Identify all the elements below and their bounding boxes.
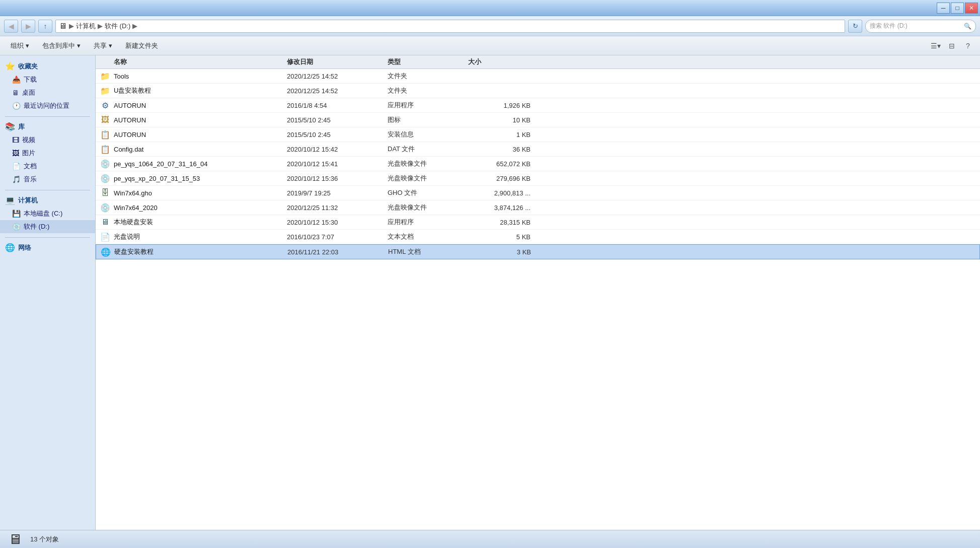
search-box[interactable]: 搜索 软件 (D:) 🔍 xyxy=(865,20,976,33)
table-row[interactable]: 🗄 Win7x64.gho 2019/9/7 19:25 GHO 文件 2,90… xyxy=(96,186,980,200)
up-button[interactable]: ↑ xyxy=(38,20,52,33)
file-name-cell: 🗄 Win7x64.gho xyxy=(96,187,287,198)
table-row[interactable]: 📁 Tools 2020/12/25 14:52 文件夹 xyxy=(96,69,980,84)
details-button[interactable]: ⊟ xyxy=(945,39,959,53)
file-name-cell: 💿 Win7x64_2020 xyxy=(96,202,287,213)
file-size-cell: 3,874,126 ... xyxy=(468,204,539,212)
share-button[interactable]: 共享 ▾ xyxy=(88,39,118,53)
table-row[interactable]: ⚙ AUTORUN 2016/1/8 4:54 应用程序 1,926 KB xyxy=(96,98,980,113)
table-row[interactable]: 📋 AUTORUN 2015/5/10 2:45 安装信息 1 KB xyxy=(96,127,980,142)
computer-icon: 💻 xyxy=(5,195,15,205)
file-size-cell: 5 KB xyxy=(468,233,539,241)
table-row[interactable]: 📄 光盘说明 2016/10/23 7:07 文本文档 5 KB xyxy=(96,230,980,244)
file-name-label: 光盘说明 xyxy=(114,232,140,241)
sidebar-item-d-drive-label: 软件 (D:) xyxy=(24,222,49,231)
file-name-label: pe_yqs_xp_20_07_31_15_53 xyxy=(114,175,200,182)
iso-icon: 💿 xyxy=(100,173,111,184)
include-dropdown-icon: ▾ xyxy=(77,42,81,49)
sidebar-header-network[interactable]: 🌐 网络 xyxy=(0,241,95,254)
file-size-cell: 3 KB xyxy=(469,248,539,256)
share-dropdown-icon: ▾ xyxy=(109,42,112,49)
file-name-cell: 📄 光盘说明 xyxy=(96,231,287,242)
file-type-cell: 应用程序 xyxy=(388,218,468,227)
sidebar-item-recent-label: 最近访问的位置 xyxy=(24,101,69,110)
file-date-cell: 2016/1/8 4:54 xyxy=(287,102,388,109)
favorites-icon: ⭐ xyxy=(5,61,15,71)
table-row[interactable]: 🖼 AUTORUN 2015/5/10 2:45 图标 10 KB xyxy=(96,113,980,127)
col-header-date[interactable]: 修改日期 xyxy=(287,57,388,66)
file-name-label: 本地硬盘安装 xyxy=(114,218,153,227)
sidebar-item-recent[interactable]: 🕐 最近访问的位置 xyxy=(0,99,95,112)
main-layout: ⭐ 收藏夹 📥 下载 🖥 桌面 🕐 最近访问的位置 📚 库 xyxy=(0,55,980,530)
sidebar-item-music[interactable]: 🎵 音乐 xyxy=(0,173,95,186)
file-type-cell: HTML 文档 xyxy=(388,247,469,256)
new-folder-button[interactable]: 新建文件夹 xyxy=(120,39,164,53)
sort-name-button[interactable]: 名称 xyxy=(114,57,127,66)
refresh-button[interactable]: ↻ xyxy=(848,20,862,33)
sidebar-item-desktop-label: 桌面 xyxy=(22,88,35,97)
home-icon: 🖥 xyxy=(59,22,67,31)
sidebar-item-d-drive[interactable]: 💿 软件 (D:) xyxy=(0,220,95,233)
file-name-cell: 📁 U盘安装教程 xyxy=(96,85,287,96)
col-header-type[interactable]: 类型 xyxy=(388,57,468,66)
file-type-cell: 光盘映像文件 xyxy=(388,159,468,168)
file-name-label: Tools xyxy=(114,73,129,80)
sidebar-item-video[interactable]: 🎞 视频 xyxy=(0,133,95,147)
include-label: 包含到库中 xyxy=(42,41,75,50)
c-drive-icon: 💾 xyxy=(12,210,21,218)
sidebar-header-library[interactable]: 📚 库 xyxy=(0,120,95,133)
music-icon: 🎵 xyxy=(12,175,21,183)
include-library-button[interactable]: 包含到库中 ▾ xyxy=(37,39,86,53)
sort-date-button[interactable]: 修改日期 xyxy=(287,57,313,66)
sidebar-section-favorites: ⭐ 收藏夹 📥 下载 🖥 桌面 🕐 最近访问的位置 xyxy=(0,59,95,112)
table-row[interactable]: 💿 pe_yqs_1064_20_07_31_16_04 2020/10/12 … xyxy=(96,157,980,171)
file-date-cell: 2016/11/21 22:03 xyxy=(287,248,388,256)
col-header-size[interactable]: 大小 xyxy=(468,57,539,66)
help-icon: ? xyxy=(966,42,970,50)
table-row[interactable]: 📁 U盘安装教程 2020/12/25 14:52 文件夹 xyxy=(96,84,980,98)
table-row[interactable]: 💿 Win7x64_2020 2020/12/25 11:32 光盘映像文件 3… xyxy=(96,200,980,215)
file-list: 📁 Tools 2020/12/25 14:52 文件夹 📁 U盘安装教程 20… xyxy=(96,69,980,259)
sort-size-button[interactable]: 大小 xyxy=(468,57,481,66)
refresh-icon: ↻ xyxy=(853,22,858,30)
file-size-cell: 36 KB xyxy=(468,146,539,153)
minimize-button[interactable]: ─ xyxy=(937,3,950,14)
file-type-cell: 文件夹 xyxy=(388,72,468,81)
sidebar-item-c-drive[interactable]: 💾 本地磁盘 (C:) xyxy=(0,207,95,220)
view-toggle-button[interactable]: ☰ ▾ xyxy=(929,39,943,53)
col-header-name[interactable]: 名称 xyxy=(96,57,287,66)
breadcrumb[interactable]: 🖥 ▶ 计算机 ▶ 软件 (D:) ▶ xyxy=(55,20,845,33)
sort-type-button[interactable]: 类型 xyxy=(388,57,401,66)
sidebar-item-pictures[interactable]: 🖼 图片 xyxy=(0,147,95,160)
d-drive-icon: 💿 xyxy=(12,223,21,231)
forward-button[interactable]: ▶ xyxy=(21,20,35,33)
breadcrumb-computer[interactable]: 计算机 xyxy=(76,22,96,31)
close-button[interactable]: ✕ xyxy=(965,3,978,14)
file-date-cell: 2020/10/12 15:30 xyxy=(287,219,388,226)
sidebar-divider-2 xyxy=(5,190,90,190)
sidebar-header-computer[interactable]: 💻 计算机 xyxy=(0,193,95,207)
file-date-cell: 2020/12/25 11:32 xyxy=(287,204,388,212)
organize-button[interactable]: 组织 ▾ xyxy=(5,39,35,53)
table-row[interactable]: 🖥 本地硬盘安装 2020/10/12 15:30 应用程序 28,315 KB xyxy=(96,215,980,230)
breadcrumb-drive[interactable]: 软件 (D:) xyxy=(105,22,130,31)
sidebar-item-downloads[interactable]: 📥 下载 xyxy=(0,73,95,86)
window-controls: ─ □ ✕ xyxy=(937,3,978,14)
maximize-button[interactable]: □ xyxy=(951,3,964,14)
table-row[interactable]: 💿 pe_yqs_xp_20_07_31_15_53 2020/10/12 15… xyxy=(96,171,980,186)
help-button[interactable]: ? xyxy=(961,39,975,53)
file-size-cell: 10 KB xyxy=(468,116,539,124)
table-row[interactable]: 🌐 硬盘安装教程 2016/11/21 22:03 HTML 文档 3 KB xyxy=(96,244,980,259)
view-icon: ☰ xyxy=(931,42,937,50)
forward-icon: ▶ xyxy=(26,22,31,30)
file-type-cell: 文本文档 xyxy=(388,232,468,241)
folder-icon: 📁 xyxy=(100,71,111,82)
file-type-cell: GHO 文件 xyxy=(388,188,468,197)
sidebar-header-favorites[interactable]: ⭐ 收藏夹 xyxy=(0,59,95,73)
sidebar-item-desktop[interactable]: 🖥 桌面 xyxy=(0,86,95,99)
back-button[interactable]: ◀ xyxy=(4,20,18,33)
table-row[interactable]: 📋 Config.dat 2020/10/12 15:42 DAT 文件 36 … xyxy=(96,142,980,157)
sidebar-item-documents[interactable]: 📄 文档 xyxy=(0,160,95,173)
view-dropdown-icon: ▾ xyxy=(937,42,941,50)
sidebar-item-documents-label: 文档 xyxy=(24,162,37,171)
